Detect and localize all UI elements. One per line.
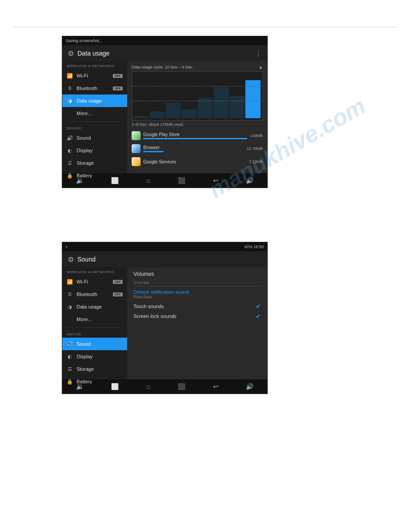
sidebar-divider-1 <box>67 121 123 122</box>
status-saving-text: Saving screenshot... <box>66 39 103 43</box>
gear-icon: ⚙ <box>68 49 74 58</box>
nav-vol-up-2[interactable]: 🔊 <box>246 383 253 390</box>
bluetooth-toggle-2[interactable]: OFF <box>113 292 123 296</box>
content-pane-1: Data usage cycle: 10 Nov – 8 Dec ▲ 1–8 D… <box>127 61 267 173</box>
nav-back-2[interactable]: ↩ <box>213 383 218 390</box>
sidebar-item-data-usage[interactable]: ◑ Data usage <box>62 94 127 107</box>
app-name-group-3: Google Services <box>143 159 246 164</box>
screen-lock-sounds-check[interactable]: ✔ <box>256 313 261 320</box>
sidebar-item-sound[interactable]: 🔊 Sound <box>62 132 127 144</box>
sidebar-item-wifi[interactable]: 📶 Wi-Fi OFF <box>62 69 127 82</box>
sidebar-item-storage-2[interactable]: ☰ Storage <box>62 363 127 375</box>
status-bar-2: ▪ 62% 16:50 <box>62 242 267 251</box>
storage-label-2: Storage <box>77 366 94 372</box>
sidebar-item-display[interactable]: ◐ Display <box>62 144 127 157</box>
nav-vol-down-2[interactable]: 🔉 <box>76 383 84 390</box>
screen-title-2: Sound <box>77 256 95 263</box>
app-name-2: Browser <box>143 145 244 150</box>
main-content-1: WIRELESS & NETWORKS 📶 Wi-Fi OFF 𝔹 Blueto… <box>62 61 267 173</box>
bluetooth-icon: 𝔹 <box>67 86 73 91</box>
more-label: More... <box>77 111 92 116</box>
bluetooth-label-2: Bluetooth <box>77 292 97 297</box>
nav-screenshot-2[interactable]: ⬛ <box>178 383 185 390</box>
nav-vol-down-1[interactable]: 🔉 <box>76 177 84 184</box>
sidebar-2: WIRELESS & NETWORKS 📶 Wi-Fi OFF 𝔹 Blueto… <box>62 267 127 379</box>
sidebar-item-more[interactable]: More... <box>62 107 127 120</box>
sidebar-item-display-2[interactable]: ◐ Display <box>62 350 127 363</box>
app-size-3: 7.13MB <box>249 159 263 164</box>
sidebar-item-bluetooth[interactable]: 𝔹 Bluetooth OFF <box>62 82 127 94</box>
sidebar-item-more-2[interactable]: More... <box>62 313 127 326</box>
sidebar-item-wifi-2[interactable]: 📶 Wi-Fi OFF <box>62 275 127 288</box>
google-services-icon <box>132 157 141 166</box>
bluetooth-icon-2: 𝔹 <box>67 292 73 297</box>
setting-notification-sound[interactable]: Default notification sound Pixie Dust <box>133 289 261 299</box>
data-usage-label: Data usage <box>77 98 102 103</box>
screenshot1: Saving screenshot... ⚙ Data usage ⋮ WIRE… <box>62 36 268 188</box>
sidebar-item-bluetooth-2[interactable]: 𝔹 Bluetooth OFF <box>62 288 127 300</box>
wifi-toggle[interactable]: OFF <box>113 74 123 78</box>
sound-icon-2: 🔊 <box>67 341 73 347</box>
top-divider <box>13 27 398 27</box>
menu-dots-icon[interactable]: ⋮ <box>255 49 262 58</box>
usage-summary: 1–8 Dec: about 178MB used. <box>132 122 263 127</box>
title-bar-2: ⚙ Sound <box>62 251 267 267</box>
app-bar-2 <box>143 151 163 152</box>
battery-status: 62% 16:50 <box>244 245 264 249</box>
chart-line-upper <box>132 86 262 86</box>
nav-vol-up-1[interactable]: 🔊 <box>246 177 253 184</box>
storage-icon-2: ☰ <box>67 366 73 372</box>
touch-sounds-label: Touch sounds <box>133 304 256 309</box>
title-bar-1: ⚙ Data usage ⋮ <box>62 45 267 61</box>
app-name-3: Google Services <box>143 159 246 164</box>
sidebar-item-sound-2[interactable]: 🔊 Sound <box>62 338 127 350</box>
wireless-section-label-2: WIRELESS & NETWORKS <box>62 267 127 275</box>
sound-label: Sound <box>77 135 91 141</box>
wifi-label: Wi-Fi <box>77 73 88 78</box>
content-pane-2: Volumes SYSTEM Default notification soun… <box>127 267 267 379</box>
data-usage-icon: ◑ <box>67 98 73 104</box>
sidebar-item-data-usage-2[interactable]: ◑ Data usage <box>62 300 127 313</box>
app-list-item-3[interactable]: Google Services 7.13MB <box>132 155 263 168</box>
notification-sound-value: Pixie Dust <box>133 295 261 299</box>
system-section-label: SYSTEM <box>133 281 261 287</box>
storage-icon: ☰ <box>67 160 73 166</box>
battery-icon-2: 🔒 <box>67 379 73 385</box>
touch-sounds-check[interactable]: ✔ <box>256 303 261 310</box>
battery-icon: 🔒 <box>67 173 73 179</box>
setting-touch-sounds[interactable]: Touch sounds ✔ <box>133 303 261 310</box>
wifi-label-2: Wi-Fi <box>77 279 88 284</box>
screenshot2: ▪ 62% 16:50 ⚙ Sound WIRELESS & NETWORKS … <box>62 242 268 394</box>
app-list-item-2[interactable]: Browser 10.78MB <box>132 142 263 155</box>
nav-home-2[interactable]: ⌂ <box>146 383 150 390</box>
more-label-2: More... <box>77 317 92 322</box>
device-section-label: DEVICE <box>62 124 127 132</box>
bluetooth-toggle[interactable]: OFF <box>113 86 123 90</box>
status-icon-2: ▪ <box>66 245 67 249</box>
nav-recents-1[interactable]: ⬜ <box>111 177 119 184</box>
app-name-group-2: Browser <box>143 145 244 152</box>
app-list-item-1[interactable]: Google Play Store 149MB <box>132 129 263 142</box>
browser-icon <box>132 144 141 153</box>
wifi-icon-2: 📶 <box>67 279 73 285</box>
data-usage-icon-2: ◑ <box>67 304 73 310</box>
device-section-label-2: DEVICE <box>62 330 127 338</box>
display-icon-2: ◐ <box>67 354 73 360</box>
sound-label-2: Sound <box>77 341 91 347</box>
wifi-toggle-2[interactable]: OFF <box>113 280 123 284</box>
app-name-1: Google Play Store <box>143 132 247 137</box>
storage-label: Storage <box>77 160 94 166</box>
status-bar-1: Saving screenshot... <box>62 36 267 45</box>
sidebar-item-storage[interactable]: ☰ Storage <box>62 157 127 169</box>
nav-home-1[interactable]: ⌂ <box>146 177 150 184</box>
sidebar-divider-2 <box>67 327 123 328</box>
app-bar-1 <box>143 138 247 139</box>
app-size-2: 10.78MB <box>247 146 263 151</box>
setting-screen-lock-sounds[interactable]: Screen lock sounds ✔ <box>133 313 261 320</box>
nav-recents-2[interactable]: ⬜ <box>111 383 119 390</box>
google-play-icon <box>132 131 141 140</box>
display-icon: ◐ <box>67 148 73 154</box>
data-usage-label-2: Data usage <box>77 304 102 309</box>
nav-back-1[interactable]: ↩ <box>213 177 218 184</box>
nav-screenshot-1[interactable]: ⬛ <box>178 177 185 184</box>
